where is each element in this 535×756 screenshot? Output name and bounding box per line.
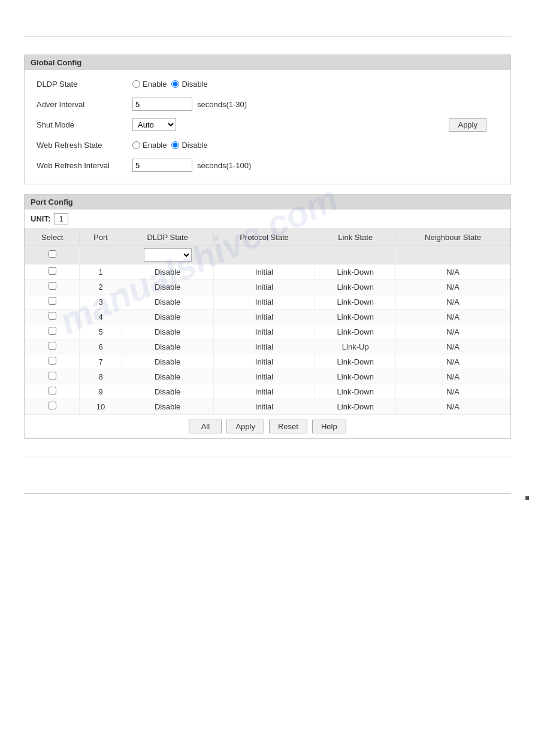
shut-mode-label: Shut Mode (37, 120, 132, 129)
bottom-divider (24, 457, 511, 457)
web-refresh-state-controls: Enable Disable (132, 141, 208, 150)
dldp-disable-radio-label[interactable]: Disable (171, 80, 207, 89)
link-state-cell: Link-Down (315, 280, 396, 294)
web-refresh-enable-radio[interactable] (132, 141, 140, 149)
shut-mode-row: Shut Mode Auto Manual Apply (37, 117, 498, 132)
neighbour-state-cell: N/A (396, 265, 510, 280)
row-checkbox-9[interactable] (49, 387, 56, 394)
web-refresh-disable-radio[interactable] (171, 141, 179, 149)
port-number: 4 (80, 309, 122, 324)
neighbour-state-cell: N/A (396, 324, 510, 339)
dldp-enable-text: Enable (143, 80, 167, 89)
row-checkbox-10[interactable] (49, 402, 56, 409)
web-refresh-disable-label[interactable]: Disable (171, 141, 207, 150)
apply-button[interactable]: Apply (226, 420, 264, 433)
neighbour-state-cell: N/A (396, 280, 510, 294)
global-apply-button[interactable]: Apply (449, 118, 486, 132)
dldp-state-cell: Disable (122, 354, 213, 369)
dldp-state-cell: Disable (122, 265, 213, 280)
link-state-cell: Link-Down (315, 265, 396, 280)
protocol-state-cell: Initial (213, 384, 315, 399)
table-row: 7DisableInitialLink-DownN/A (25, 354, 510, 369)
dldp-state-controls: Enable Disable (132, 80, 208, 89)
table-row: 5DisableInitialLink-DownN/A (25, 324, 510, 339)
reset-button[interactable]: Reset (269, 420, 307, 433)
neighbour-state-cell: N/A (396, 339, 510, 354)
web-refresh-interval-row: Web Refresh Interval seconds(1-100) (37, 157, 498, 173)
global-config-section: Global Config DLDP State Enable Disable (24, 54, 511, 184)
port-number: 1 (80, 265, 122, 280)
port-number: 5 (80, 324, 122, 339)
dldp-state-cell: Disable (122, 309, 213, 324)
dldp-state-label: DLDP State (37, 80, 132, 89)
table-row: 3DisableInitialLink-DownN/A (25, 294, 510, 309)
dldp-state-cell: Disable (122, 369, 213, 384)
dldp-state-cell: Disable (122, 339, 213, 354)
port-config-section: Port Config UNIT: 1 Select Port DLDP Sta… (24, 194, 511, 439)
table-filter-row: Enable Disable (25, 246, 510, 265)
web-refresh-interval-controls: seconds(1-100) (132, 159, 251, 172)
table-row: 2DisableInitialLink-DownN/A (25, 280, 510, 294)
web-refresh-interval-label: Web Refresh Interval (37, 161, 132, 170)
dldp-filter-select[interactable]: Enable Disable (144, 248, 192, 262)
shut-mode-select[interactable]: Auto Manual (132, 118, 176, 131)
link-state-cell: Link-Down (315, 384, 396, 399)
dldp-enable-radio[interactable] (132, 80, 140, 88)
all-button[interactable]: All (189, 420, 222, 433)
table-header-row: Select Port DLDP State Protocol State Li… (25, 229, 510, 246)
help-button[interactable]: Help (312, 420, 346, 433)
protocol-state-cell: Initial (213, 354, 315, 369)
link-state-cell: Link-Down (315, 294, 396, 309)
row-checkbox-5[interactable] (49, 327, 56, 335)
dldp-state-cell: Disable (122, 324, 213, 339)
protocol-state-cell: Initial (213, 294, 315, 309)
neighbour-state-cell: N/A (396, 354, 510, 369)
corner-marker (525, 496, 529, 500)
neighbour-state-cell: N/A (396, 399, 510, 414)
row-checkbox-4[interactable] (49, 312, 56, 320)
row-checkbox-6[interactable] (49, 342, 56, 350)
port-number: 8 (80, 369, 122, 384)
link-state-cell: Link-Down (315, 324, 396, 339)
row-checkbox-7[interactable] (49, 357, 56, 365)
port-number: 2 (80, 280, 122, 294)
port-number: 6 (80, 339, 122, 354)
web-refresh-enable-text: Enable (143, 141, 167, 150)
unit-value: 1 (54, 213, 68, 224)
top-divider (24, 36, 511, 37)
row-checkbox-3[interactable] (49, 297, 56, 305)
web-refresh-interval-unit: seconds(1-100) (197, 161, 251, 170)
row-checkbox-8[interactable] (49, 372, 56, 379)
dldp-disable-radio[interactable] (171, 80, 179, 88)
web-refresh-enable-label[interactable]: Enable (132, 141, 167, 150)
dldp-state-cell: Disable (122, 294, 213, 309)
table-row: 9DisableInitialLink-DownN/A (25, 384, 510, 399)
neighbour-state-cell: N/A (396, 369, 510, 384)
row-checkbox-2[interactable] (49, 282, 56, 290)
port-table: Select Port DLDP State Protocol State Li… (25, 229, 510, 414)
table-row: 8DisableInitialLink-DownN/A (25, 369, 510, 384)
neighbour-state-cell: N/A (396, 309, 510, 324)
neighbour-state-cell: N/A (396, 384, 510, 399)
adver-interval-label: Adver Interval (37, 100, 132, 109)
protocol-state-cell: Initial (213, 265, 315, 280)
neighbour-state-cell: N/A (396, 294, 510, 309)
dldp-state-cell: Disable (122, 384, 213, 399)
table-row: 4DisableInitialLink-DownN/A (25, 309, 510, 324)
col-port: Port (80, 229, 122, 246)
link-state-cell: Link-Down (315, 354, 396, 369)
adver-interval-input[interactable] (132, 98, 192, 111)
dldp-enable-radio-label[interactable]: Enable (132, 80, 167, 89)
global-config-header: Global Config (25, 55, 510, 70)
port-table-body: 1DisableInitialLink-DownN/A2DisableIniti… (25, 265, 510, 414)
col-link-state: Link State (315, 229, 396, 246)
row-checkbox-1[interactable] (49, 267, 56, 275)
port-number: 3 (80, 294, 122, 309)
web-refresh-disable-text: Disable (182, 141, 207, 150)
web-refresh-interval-input[interactable] (132, 159, 192, 172)
table-row: 6DisableInitialLink-UpN/A (25, 339, 510, 354)
select-all-checkbox[interactable] (49, 250, 56, 258)
protocol-state-cell: Initial (213, 399, 315, 414)
col-protocol-state: Protocol State (213, 229, 315, 246)
protocol-state-cell: Initial (213, 280, 315, 294)
